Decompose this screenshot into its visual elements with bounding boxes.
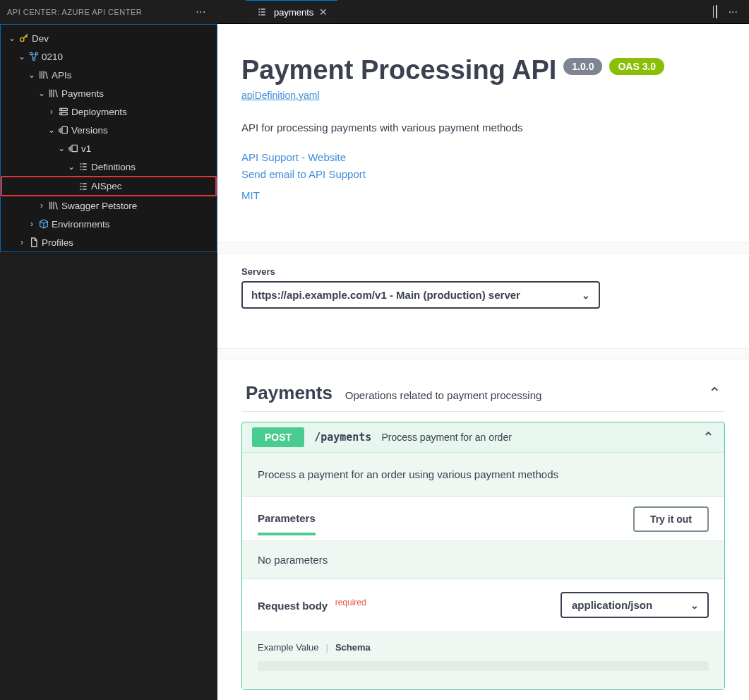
tree-item-deployments[interactable]: › Deployments xyxy=(1,102,217,121)
chevron-down-icon: ⌄ xyxy=(56,143,67,153)
api-description: API for processing payments with various… xyxy=(241,121,725,134)
no-parameters-text: No parameters xyxy=(242,541,724,579)
required-badge: required xyxy=(335,598,366,607)
operation-description: Process a payment for an order using var… xyxy=(242,453,724,497)
node-icon xyxy=(28,51,40,62)
tree-item-profiles[interactable]: › Profiles xyxy=(1,233,217,251)
chevron-right-icon: › xyxy=(26,219,37,229)
content-type-value: application/json xyxy=(572,599,652,611)
sidebar-more-icon[interactable]: ··· xyxy=(191,6,210,18)
versions-icon xyxy=(57,124,70,136)
tree-label: APIs xyxy=(52,70,72,81)
tab-bar: payments ✕ ··· xyxy=(217,0,749,24)
section-divider xyxy=(217,242,749,254)
tree-label: Deployments xyxy=(71,107,127,117)
operation-summary-row[interactable]: POST /payments Process payment for an or… xyxy=(242,422,724,453)
tag-description: Operations related to payment processing xyxy=(345,389,542,401)
chevron-up-icon: ⌃ xyxy=(708,384,721,403)
tag-name: Payments xyxy=(246,382,332,404)
section-divider xyxy=(217,348,749,360)
tree-item-payments[interactable]: ⌄ Payments xyxy=(1,84,217,102)
tree-item-versions[interactable]: ⌄ Versions xyxy=(1,121,217,139)
license-link[interactable]: MIT xyxy=(241,187,725,204)
operation-summary: Process payment for an order xyxy=(381,432,511,443)
file-icon xyxy=(28,237,40,248)
server-selected-value: https://api.example.com/v1 - Main (produ… xyxy=(251,289,520,301)
tab-title: payments xyxy=(274,7,313,18)
split-editor-icon[interactable] xyxy=(716,6,717,18)
tree-item-swagger-petstore[interactable]: › Swagger Petstore xyxy=(1,196,217,215)
tree-label: Definitions xyxy=(91,162,136,172)
content-type-select[interactable]: application/json ⌄ xyxy=(561,592,709,618)
list-icon xyxy=(256,6,268,18)
operation-path: /payments xyxy=(314,431,371,444)
servers-label: Servers xyxy=(241,266,725,277)
oas-badge: OAS 3.0 xyxy=(609,58,664,75)
tree-item-dev[interactable]: ⌄ Dev xyxy=(1,29,217,47)
tab-payments[interactable]: payments ✕ xyxy=(246,0,337,23)
sidebar-title: API CENTER: AZURE API CENTER xyxy=(7,8,142,16)
chevron-down-icon: ⌄ xyxy=(26,70,37,80)
api-doc-content: Payment Processing API 1.0.0 OAS 3.0 api… xyxy=(217,24,749,700)
example-value-tab[interactable]: Example Value xyxy=(258,642,318,653)
tree-item-definitions[interactable]: ⌄ Definitions xyxy=(1,158,217,176)
chevron-down-icon: ⌄ xyxy=(46,125,57,135)
chevron-right-icon: › xyxy=(46,107,57,117)
operation-post-payments: POST /payments Process payment for an or… xyxy=(241,422,725,690)
support-email-link[interactable]: Send email to API Support xyxy=(241,166,725,183)
version-badge: 1.0.0 xyxy=(563,58,602,75)
tree-item-apis[interactable]: ⌄ APIs xyxy=(1,66,217,84)
definition-file-link[interactable]: apiDefinition.yaml xyxy=(241,90,320,101)
divider: | xyxy=(325,642,328,653)
library-icon xyxy=(47,88,60,99)
chevron-down-icon: ⌄ xyxy=(16,52,28,61)
tree-label: AISpec xyxy=(91,181,122,191)
schema-tab[interactable]: Schema xyxy=(335,642,371,653)
svg-point-6 xyxy=(61,109,62,110)
tree-label: 0210 xyxy=(42,52,63,62)
chevron-down-icon: ⌄ xyxy=(6,33,18,43)
svg-rect-9 xyxy=(72,145,77,151)
svg-rect-4 xyxy=(60,108,68,110)
tree-label: Dev xyxy=(32,33,49,44)
server-icon xyxy=(57,106,70,117)
svg-point-0 xyxy=(20,37,24,41)
chevron-down-icon: ⌄ xyxy=(66,162,77,172)
tree-label: Payments xyxy=(61,88,104,99)
list-icon xyxy=(77,181,90,192)
method-badge: POST xyxy=(252,427,304,447)
tree-item-aispec[interactable]: AISpec xyxy=(1,176,217,196)
chevron-down-icon: ⌄ xyxy=(690,600,699,611)
library-icon xyxy=(47,200,60,211)
parameters-heading: Parameters xyxy=(258,512,316,535)
api-title: Payment Processing API xyxy=(241,55,556,85)
versions-icon xyxy=(67,143,80,154)
chevron-down-icon: ⌄ xyxy=(36,88,47,98)
chevron-up-icon: ⌃ xyxy=(702,429,714,446)
tree-item-v1[interactable]: ⌄ v1 xyxy=(1,139,217,158)
tree-item-environments[interactable]: › Environments xyxy=(1,215,217,233)
cube-icon xyxy=(37,218,50,230)
try-it-out-button[interactable]: Try it out xyxy=(633,506,709,532)
svg-rect-8 xyxy=(62,126,67,133)
svg-rect-5 xyxy=(60,112,68,114)
chevron-down-icon: ⌄ xyxy=(582,290,590,301)
close-icon[interactable]: ✕ xyxy=(319,6,328,18)
tag-header-payments[interactable]: Payments Operations related to payment p… xyxy=(241,375,725,412)
svg-point-7 xyxy=(61,114,62,114)
tree-label: Environments xyxy=(52,219,110,230)
tree-sidebar: ⌄ Dev ⌄ 0210 ⌄ APIs ⌄ xyxy=(0,24,217,252)
chevron-right-icon: › xyxy=(36,201,47,210)
tree-label: Swagger Petstore xyxy=(61,201,137,211)
request-body-heading: Request body xyxy=(258,600,328,612)
api-title-row: Payment Processing API 1.0.0 OAS 3.0 xyxy=(241,55,725,85)
tree-label: Versions xyxy=(71,125,108,136)
sidebar-header: API CENTER: AZURE API CENTER ··· xyxy=(0,0,217,24)
server-select[interactable]: https://api.example.com/v1 - Main (produ… xyxy=(241,281,600,309)
chevron-right-icon: › xyxy=(16,237,28,247)
library-icon xyxy=(37,69,50,81)
key-icon xyxy=(18,32,30,44)
editor-more-icon[interactable]: ··· xyxy=(724,6,742,18)
support-website-link[interactable]: API Support - Website xyxy=(241,149,725,166)
tree-item-0210[interactable]: ⌄ 0210 xyxy=(1,47,217,66)
